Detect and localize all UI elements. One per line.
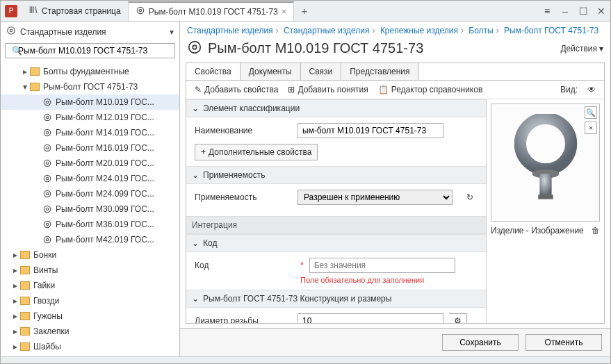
tree-part[interactable]: Рым-болт М24.099 ГОС... — [1, 186, 179, 201]
chevron-down-icon: ⌄ — [192, 104, 199, 113]
tree-folder-open[interactable]: ▾Рым-болт ГОСТ 4751-73 — [1, 79, 179, 94]
breadcrumb-link[interactable]: Болты — [469, 26, 493, 35]
svg-point-4 — [44, 99, 50, 105]
name-label: Наименование — [195, 126, 292, 135]
tree-part[interactable]: Рым-болт М10.019 ГОС... — [1, 94, 179, 110]
zoom-in-icon[interactable]: 🔍 — [585, 106, 597, 119]
tree-part[interactable]: Рым-болт М12.019 ГОС... — [1, 110, 179, 125]
minimize-button[interactable]: – — [556, 6, 574, 17]
tree-folder[interactable]: ▸Гвозди — [1, 293, 179, 308]
search-icon: 🔍 — [12, 46, 22, 56]
dropdown-icon[interactable]: ▾ — [170, 27, 174, 37]
svg-point-24 — [189, 42, 201, 53]
additional-properties-button[interactable]: +Дополнительные свойства — [195, 144, 318, 160]
thread-diameter-label: Диаметр резьбы — [195, 316, 292, 323]
properties-panel: ⌄Элемент классификации Наименование +Доп… — [186, 99, 486, 323]
main-panel: Стандартные изделия› Стандартные изделия… — [180, 22, 610, 356]
close-icon[interactable]: × — [282, 6, 287, 17]
tree-folder[interactable]: ▸Болты фундаментные — [1, 64, 179, 79]
svg-rect-28 — [539, 174, 551, 196]
search-box: 🔍 — [5, 43, 175, 58]
svg-point-19 — [46, 208, 49, 210]
tab-representations[interactable]: Представления — [341, 63, 418, 80]
section-construction[interactable]: ⌄Рым-болт ГОСТ 4751-73 Конструкция и раз… — [186, 290, 486, 308]
add-properties-button[interactable]: ✎Добавить свойства — [195, 85, 278, 94]
svg-point-15 — [46, 177, 49, 180]
section-integration[interactable]: Интеграция — [186, 216, 486, 234]
folder-icon — [20, 266, 30, 274]
code-input[interactable] — [309, 258, 455, 273]
code-label: Код — [195, 260, 292, 270]
tree-folder[interactable]: ▸Шайбы — [1, 339, 179, 354]
part-icon — [42, 97, 52, 107]
tree-folder[interactable]: ▸Бонки — [1, 247, 179, 263]
status-bar — [1, 356, 610, 363]
tree-folder[interactable]: ▸Гайки — [1, 278, 179, 293]
page-title: Рым-болт М10.019 ГОСТ 4751-73 — [208, 40, 423, 56]
part-icon — [136, 6, 145, 17]
close-icon[interactable]: × — [585, 122, 597, 134]
folder-icon — [20, 251, 30, 259]
refresh-icon[interactable]: ↻ — [462, 190, 478, 205]
svg-point-14 — [44, 175, 50, 181]
section-classification[interactable]: ⌄Элемент классификации — [186, 99, 486, 117]
tree-folder[interactable]: ▸Заклепки — [1, 324, 179, 339]
eye-off-icon[interactable]: 👁 — [587, 85, 596, 94]
tree-part[interactable]: Рым-болт М14.019 ГОС... — [1, 125, 179, 140]
gear-icon[interactable]: ⚙ — [449, 313, 467, 323]
tab-properties[interactable]: Свойства — [186, 63, 241, 80]
maximize-button[interactable]: ☐ — [574, 6, 592, 17]
tree-folder[interactable]: ▸Винты — [1, 263, 179, 278]
tab-label: Рым-болт М10.019 ГОСТ 4751-73 — [149, 7, 278, 17]
breadcrumb-link[interactable]: Стандартные изделия — [187, 26, 273, 35]
tab-documents[interactable]: Документы — [241, 63, 301, 80]
tree-folder[interactable]: ▸Гужоны — [1, 308, 179, 324]
tree-part[interactable]: Рым-болт М30.099 ГОС... — [1, 201, 179, 217]
part-icon — [187, 40, 202, 57]
preview-caption: Изделие - Изображение — [491, 226, 584, 235]
folder-icon — [30, 67, 40, 76]
svg-point-1 — [139, 9, 142, 12]
add-concepts-button[interactable]: ⊞Добавить понятия — [288, 85, 368, 94]
new-tab-button[interactable]: + — [294, 5, 314, 17]
preview-image: 🔍 × — [491, 104, 600, 222]
applicability-select[interactable]: Разрешен к применению — [298, 190, 453, 205]
thread-diameter-input[interactable] — [298, 313, 443, 323]
tree-part[interactable]: Рым-болт М36.019 ГОС... — [1, 217, 179, 232]
property-tabs: Свойства Документы Связи Представления — [186, 63, 605, 80]
reference-editor-button[interactable]: 📋Редактор справочников — [378, 85, 483, 94]
part-icon — [42, 220, 52, 229]
section-code[interactable]: ⌄Код — [186, 234, 486, 252]
trash-icon[interactable]: 🗑 — [592, 226, 600, 235]
actions-menu[interactable]: Действия ▾ — [560, 44, 603, 53]
tab-current[interactable]: Рым-болт М10.019 ГОСТ 4751-73 × — [129, 1, 295, 21]
folder-icon — [20, 342, 30, 351]
tree: ▸Болты фундаментные ▾Рым-болт ГОСТ 4751-… — [1, 63, 179, 356]
save-button[interactable]: Сохранить — [442, 334, 519, 351]
search-input[interactable] — [5, 43, 175, 58]
settings-icon[interactable]: ≡ — [538, 6, 556, 17]
name-input[interactable] — [298, 123, 443, 138]
tree-part[interactable]: Рым-болт М16.019 ГОС... — [1, 140, 179, 156]
svg-point-17 — [46, 192, 49, 195]
breadcrumb-link[interactable]: Стандартные изделия — [284, 26, 370, 35]
svg-point-11 — [46, 147, 49, 149]
required-marker: * — [300, 260, 304, 270]
close-button[interactable]: ✕ — [592, 6, 610, 17]
tree-part[interactable]: Рым-болт М42.019 ГОС... — [1, 232, 179, 247]
part-icon — [42, 189, 52, 199]
tree-part[interactable]: Рым-болт М20.019 ГОС... — [1, 156, 179, 171]
svg-point-18 — [44, 206, 50, 212]
tree-part[interactable]: Рым-болт М24.019 ГОС... — [1, 171, 179, 186]
breadcrumb-link[interactable]: Рым-болт ГОСТ 4751-73 — [504, 26, 598, 35]
svg-point-22 — [44, 236, 50, 242]
library-icon — [28, 5, 38, 17]
section-applicability[interactable]: ⌄Применяемость — [186, 166, 486, 184]
svg-point-21 — [46, 223, 49, 226]
svg-point-20 — [44, 221, 50, 227]
breadcrumb-link[interactable]: Крепежные изделия — [380, 26, 458, 35]
app-icon: Р — [5, 5, 17, 17]
tab-start-page[interactable]: Стартовая страница — [22, 1, 129, 21]
cancel-button[interactable]: Отменить — [526, 334, 602, 351]
tab-links[interactable]: Связи — [301, 63, 342, 80]
